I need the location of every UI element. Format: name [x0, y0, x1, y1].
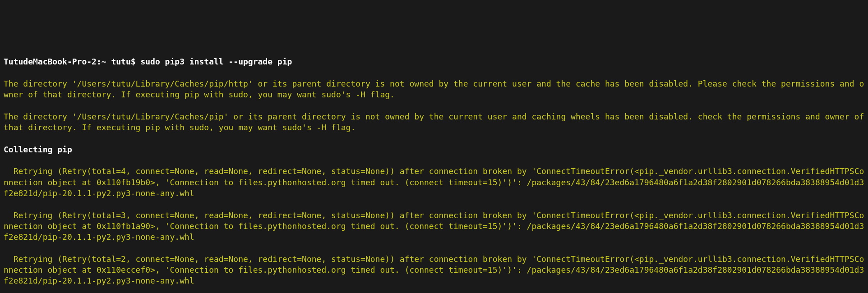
- retry-line-2: Retrying (Retry(total=3, connect=None, r…: [4, 210, 864, 243]
- retry-line-3: Retrying (Retry(total=2, connect=None, r…: [4, 254, 864, 287]
- collecting-line: Collecting pip: [4, 144, 864, 155]
- pip-warning-cache-http: The directory '/Users/tutu/Library/Cache…: [4, 78, 864, 101]
- terminal-output[interactable]: TutudeMacBook-Pro-2:~ tutu$ sudo pip3 in…: [4, 46, 864, 293]
- pip-warning-cache-wheels: The directory '/Users/tutu/Library/Cache…: [4, 111, 864, 133]
- retry-line-1: Retrying (Retry(total=4, connect=None, r…: [4, 166, 864, 199]
- shell-prompt-line: TutudeMacBook-Pro-2:~ tutu$ sudo pip3 in…: [4, 56, 864, 67]
